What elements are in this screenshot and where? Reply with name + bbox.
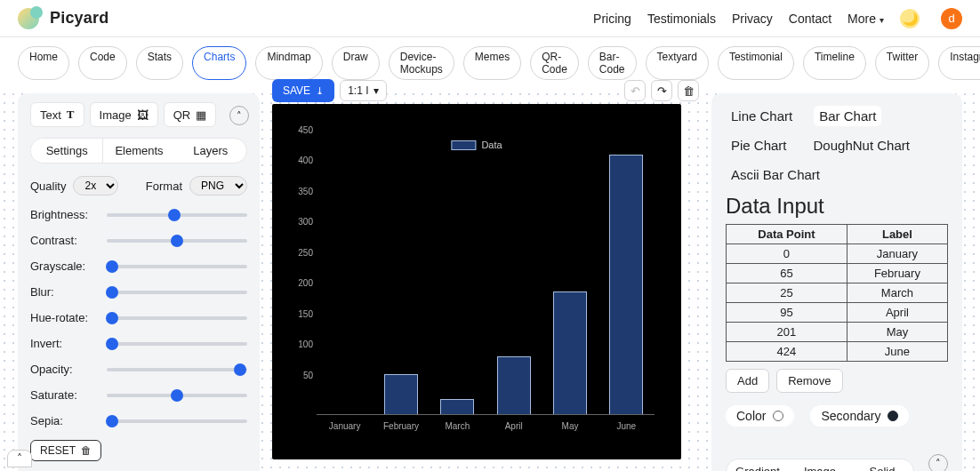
- cell-data-point[interactable]: 25: [727, 283, 847, 303]
- cell-label[interactable]: April: [847, 303, 947, 323]
- pill-charts[interactable]: Charts: [192, 46, 246, 80]
- bg-tab-gradient[interactable]: Gradient: [727, 459, 789, 471]
- canvas[interactable]: Data 50100150200250300350400450 JanuaryF…: [272, 104, 681, 459]
- pill-timeline[interactable]: Timeline: [803, 46, 866, 80]
- cell-label[interactable]: May: [847, 323, 947, 342]
- slider-track[interactable]: [107, 342, 247, 346]
- cell-label[interactable]: February: [847, 264, 947, 283]
- slider-track[interactable]: [107, 291, 247, 294]
- subtab-layers[interactable]: Layers: [175, 139, 246, 163]
- theme-toggle-icon[interactable]: 🌙: [900, 9, 920, 28]
- slider-thumb[interactable]: [106, 338, 118, 350]
- bg-tab-solid[interactable]: Solid: [851, 459, 913, 471]
- insert-image-tab[interactable]: Image🖼: [90, 102, 158, 127]
- slider-thumb[interactable]: [106, 415, 118, 427]
- topbar: Picyard Pricing Testimonials Privacy Con…: [0, 0, 980, 37]
- table-row[interactable]: 0January: [727, 244, 948, 264]
- insert-qr-tab[interactable]: QR▦: [164, 102, 217, 127]
- quality-select[interactable]: 2x: [73, 176, 118, 196]
- nav-testimonials[interactable]: Testimonials: [647, 12, 716, 26]
- format-select[interactable]: PNG: [189, 176, 247, 196]
- pill-home[interactable]: Home: [18, 46, 69, 80]
- cell-label[interactable]: January: [847, 244, 947, 264]
- reset-button[interactable]: RESET🗑: [30, 440, 101, 461]
- nav-pricing[interactable]: Pricing: [593, 12, 631, 26]
- expand-fab[interactable]: ˄: [7, 450, 32, 467]
- table-row[interactable]: 424June: [727, 342, 948, 362]
- nav-privacy[interactable]: Privacy: [732, 12, 773, 26]
- slider-track[interactable]: [107, 419, 247, 423]
- slider-thumb[interactable]: [106, 260, 118, 273]
- slider-thumb[interactable]: [171, 235, 183, 247]
- insert-text-tab[interactable]: TextT: [30, 102, 84, 127]
- cell-label[interactable]: March: [847, 283, 947, 303]
- bar[interactable]: [609, 155, 643, 414]
- cell-label[interactable]: June: [847, 342, 947, 362]
- slider-thumb[interactable]: [234, 363, 246, 376]
- bg-tab-image[interactable]: Image: [789, 459, 851, 471]
- pill-instagram[interactable]: Instagram: [938, 46, 980, 80]
- insert-text-label: Text: [40, 108, 61, 122]
- cell-data-point[interactable]: 65: [727, 264, 847, 283]
- color-picker[interactable]: Color: [726, 405, 794, 427]
- x-label: February: [383, 421, 419, 431]
- pill-code[interactable]: Code: [78, 46, 127, 80]
- avatar[interactable]: d: [941, 8, 962, 29]
- bar[interactable]: [384, 374, 418, 414]
- chart-type-tab[interactable]: Pie Chart: [726, 135, 792, 156]
- bar[interactable]: [497, 356, 531, 414]
- pill-draw[interactable]: Draw: [332, 46, 380, 80]
- collapse-left-icon[interactable]: ˄: [229, 106, 249, 125]
- cell-data-point[interactable]: 95: [727, 303, 847, 323]
- slider-thumb[interactable]: [106, 312, 118, 324]
- slider-track[interactable]: [107, 368, 247, 371]
- slider-thumb[interactable]: [106, 286, 118, 299]
- bar[interactable]: [440, 399, 474, 414]
- slider-thumb[interactable]: [171, 389, 183, 402]
- pill-textyard[interactable]: Textyard: [646, 46, 709, 80]
- slider-track[interactable]: [107, 394, 247, 397]
- pill-bar-code[interactable]: Bar-Code: [588, 46, 637, 80]
- x-label: April: [505, 421, 523, 431]
- nav-contact[interactable]: Contact: [789, 12, 831, 26]
- table-row[interactable]: 25March: [727, 283, 948, 303]
- pill-device-mockups[interactable]: Device-Mockups: [389, 46, 454, 80]
- subtab-elements[interactable]: Elements: [103, 139, 174, 163]
- subtab-settings[interactable]: Settings: [31, 139, 103, 163]
- chart-type-tab[interactable]: Line Chart: [726, 106, 798, 126]
- aspect-select[interactable]: 1:1 I▾: [340, 80, 387, 101]
- slider-track[interactable]: [107, 265, 247, 268]
- slider-track[interactable]: [107, 239, 247, 243]
- pill-mindmap[interactable]: Mindmap: [255, 46, 322, 80]
- table-row[interactable]: 201May: [727, 323, 948, 342]
- cell-data-point[interactable]: 0: [727, 244, 847, 264]
- collapse-right-icon[interactable]: ˄: [928, 454, 948, 472]
- pill-twitter[interactable]: Twitter: [875, 46, 929, 80]
- pill-qr-code[interactable]: QR-Code: [530, 46, 579, 80]
- pill-testimonial[interactable]: Testimonial: [718, 46, 794, 80]
- background-tabs: Gradient Image Solid: [726, 459, 914, 471]
- slider-track[interactable]: [107, 316, 247, 320]
- pill-stats[interactable]: Stats: [136, 46, 183, 80]
- undo-button[interactable]: ↶: [624, 80, 646, 101]
- table-row[interactable]: 65February: [727, 264, 948, 283]
- delete-button[interactable]: 🗑: [678, 80, 699, 101]
- slider-thumb[interactable]: [168, 209, 181, 221]
- redo-button[interactable]: ↷: [651, 80, 672, 101]
- chart-type-tab[interactable]: Ascii Bar Chart: [726, 164, 825, 185]
- cell-data-point[interactable]: 201: [727, 323, 847, 342]
- chart-type-tab[interactable]: DoughNut Chart: [808, 135, 915, 156]
- y-tick: 200: [298, 278, 313, 288]
- cell-data-point[interactable]: 424: [727, 342, 847, 362]
- bar[interactable]: [553, 291, 587, 414]
- slider-track[interactable]: [107, 213, 247, 217]
- secondary-picker[interactable]: Secondary: [810, 405, 909, 427]
- x-label: March: [445, 421, 470, 431]
- nav-more[interactable]: More: [847, 12, 884, 26]
- table-row[interactable]: 95April: [727, 303, 948, 323]
- pill-memes[interactable]: Memes: [463, 46, 521, 80]
- add-button[interactable]: Add: [726, 369, 769, 393]
- chart-type-tab[interactable]: Bar Chart: [814, 106, 881, 126]
- save-button[interactable]: SAVE⤓: [272, 79, 334, 102]
- remove-button[interactable]: Remove: [776, 369, 842, 393]
